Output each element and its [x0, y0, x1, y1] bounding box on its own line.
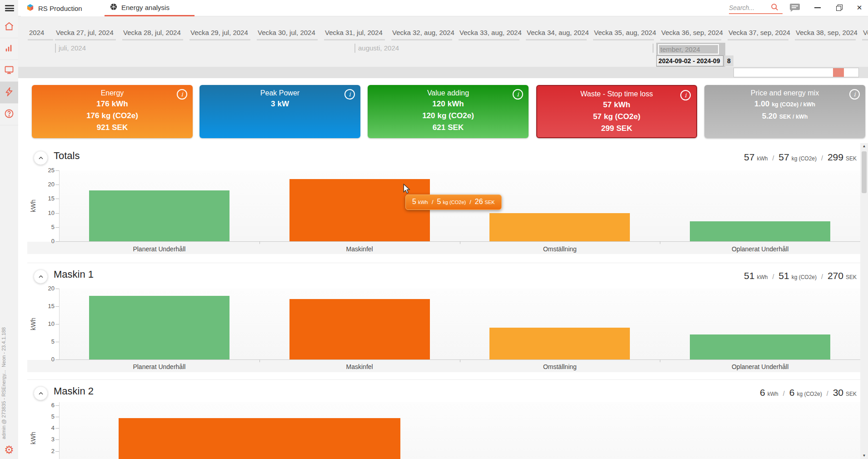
- timeline-week-label[interactable]: Vecka 36, sep, 2024: [661, 29, 723, 36]
- timeline-week-underline: [526, 39, 587, 40]
- scroll-down-arrow[interactable]: ▼: [860, 453, 868, 459]
- vertical-scrollbar[interactable]: ▲ ▼: [860, 143, 868, 459]
- info-icon[interactable]: i: [177, 89, 187, 100]
- y-tick-label: 3: [35, 436, 55, 443]
- bar-series-0[interactable]: [119, 418, 400, 459]
- tab-energy-analysis[interactable]: Energy analysis: [105, 0, 195, 16]
- timeline-week-label[interactable]: Vecka 31, jul, 2024: [325, 29, 383, 36]
- settings-gear-icon[interactable]: ⚙: [0, 441, 18, 459]
- sidebar-item-analytics[interactable]: [0, 38, 18, 60]
- scroll-up-arrow[interactable]: ▲: [860, 143, 868, 150]
- timeline-week-label[interactable]: Vecka 38, sep, 2024: [796, 29, 858, 36]
- timeline-week-underline: [459, 39, 519, 40]
- bar-omst-llning[interactable]: [489, 328, 630, 359]
- summary-unit: kWh: [757, 274, 768, 280]
- app-version-text: admin @ 273835 - RSEnergy... Neon - 23.4…: [1, 327, 7, 439]
- timeline-week-label[interactable]: Vecka 27, jul, 2024: [56, 29, 114, 36]
- tooltip-separator: /: [469, 199, 471, 205]
- scrollbar-thumb[interactable]: [862, 151, 867, 193]
- feedback-icon[interactable]: [787, 0, 803, 15]
- bar-planerat-underh-ll[interactable]: [89, 190, 229, 241]
- y-axis-title: kWh: [29, 170, 37, 241]
- kpi-unit: kWh: [448, 100, 464, 108]
- info-icon[interactable]: i: [680, 90, 691, 100]
- timeline-week-label[interactable]: Vecka 33, aug, 2024: [459, 29, 522, 36]
- kpi-value: 176: [96, 100, 109, 108]
- summary-unit: SEK: [846, 155, 857, 162]
- bar-oplanerat-underh-ll[interactable]: [690, 221, 830, 241]
- timeline-week-label[interactable]: Vecka 35, aug, 2024: [594, 29, 656, 36]
- collapse-section-button[interactable]: [34, 269, 48, 284]
- y-tick-mark: [55, 417, 59, 417]
- summary-value: 6: [789, 387, 795, 398]
- y-tick-mark: [55, 405, 59, 406]
- kpi-value: 621: [433, 123, 445, 132]
- y-tick-mark: [55, 428, 59, 429]
- kpi-value-line: 621SEK: [368, 122, 529, 134]
- timeline-week-label[interactable]: Vecka 32, aug, 2024: [392, 29, 454, 36]
- summary-unit: SEK: [846, 274, 857, 280]
- x-category-label: Maskinfel: [259, 363, 460, 370]
- kpi-value: 176: [86, 111, 99, 120]
- close-button[interactable]: ✕: [852, 0, 867, 15]
- sidebar-item-displays[interactable]: [0, 60, 18, 82]
- y-tick-label: 10: [35, 210, 55, 216]
- chevron-up-icon: [38, 390, 44, 397]
- minimize-button[interactable]: [810, 0, 825, 15]
- kpi-unit: kWh: [112, 100, 128, 108]
- x-boundary-tick: [660, 359, 660, 362]
- bar-oplanerat-underh-ll[interactable]: [690, 334, 830, 359]
- y-tick-mark: [55, 324, 59, 324]
- collapse-section-button[interactable]: [34, 386, 48, 400]
- timeline-week-underline: [728, 39, 788, 40]
- kpi-card-title: Peak Power: [200, 88, 360, 98]
- kpi-unit: kW: [277, 100, 289, 108]
- search-input[interactable]: [729, 4, 771, 11]
- timeline-week-label[interactable]: Ve: [863, 29, 868, 36]
- hamburger-menu-icon[interactable]: [5, 5, 14, 11]
- info-icon[interactable]: i: [513, 89, 523, 100]
- restore-button[interactable]: [832, 0, 847, 15]
- kpi-value-line: 176kWh: [32, 98, 193, 110]
- kpi-value: 57: [603, 100, 612, 109]
- section-summary: 57kWh/57kg (CO2e)/299SEK: [744, 152, 857, 163]
- timeline-slider-highlight: [833, 68, 844, 77]
- timeline-week-underline: [862, 39, 868, 40]
- bar-maskinfel[interactable]: [289, 299, 430, 359]
- timeline-week-label[interactable]: Vecka 37, sep, 2024: [728, 29, 790, 36]
- collapse-section-button[interactable]: [34, 151, 48, 165]
- sidebar-item-home[interactable]: [0, 16, 18, 38]
- kpi-unit: kg (CO2e): [604, 112, 640, 121]
- kpi-unit: SEK / kWh: [779, 114, 808, 120]
- timeline-week-underline: [593, 39, 654, 40]
- energy-analysis-icon: [110, 3, 117, 12]
- tab-rs-production[interactable]: RS Production: [21, 0, 105, 16]
- kpi-value-line: 299SEK: [537, 123, 696, 135]
- timeline-scrollband[interactable]: [18, 67, 868, 78]
- kpi-value-line: 120kg (CO2e): [368, 110, 529, 122]
- timeline-week-label[interactable]: Vecka 30, jul, 2024: [258, 29, 315, 36]
- timeline-week-label[interactable]: Vecka 28, jul, 2024: [123, 29, 181, 36]
- summary-unit: kWh: [757, 155, 768, 162]
- summary-unit: kg (CO2e): [792, 155, 817, 162]
- timeline-month-label: augusti, 2024: [354, 44, 399, 53]
- bar-omst-llning[interactable]: [489, 213, 630, 241]
- info-icon[interactable]: i: [849, 89, 860, 100]
- timeline-week-label[interactable]: Vecka 29, jul, 2024: [190, 29, 248, 36]
- info-icon[interactable]: i: [344, 89, 355, 100]
- x-category-label: Oplanerat Underhåll: [660, 363, 860, 370]
- summary-separator: /: [783, 390, 785, 397]
- search-icon[interactable]: [771, 3, 778, 13]
- sidebar-item-energy[interactable]: [0, 82, 18, 104]
- y-tick-label: 4: [35, 424, 55, 431]
- bar-planerat-underh-ll[interactable]: [89, 296, 229, 359]
- timeline-week-underline: [122, 39, 183, 40]
- kpi-value: 120: [432, 100, 445, 108]
- summary-value: 57: [744, 152, 754, 163]
- y-axis-title: kWh: [29, 402, 37, 459]
- sidebar-item-help[interactable]: [0, 104, 18, 125]
- y-tick-label: 20: [35, 181, 55, 188]
- timeline-week-label[interactable]: Vecka 34, aug, 2024: [527, 29, 589, 36]
- timeline-range-slider[interactable]: [733, 68, 859, 77]
- x-boundary-tick: [259, 241, 260, 244]
